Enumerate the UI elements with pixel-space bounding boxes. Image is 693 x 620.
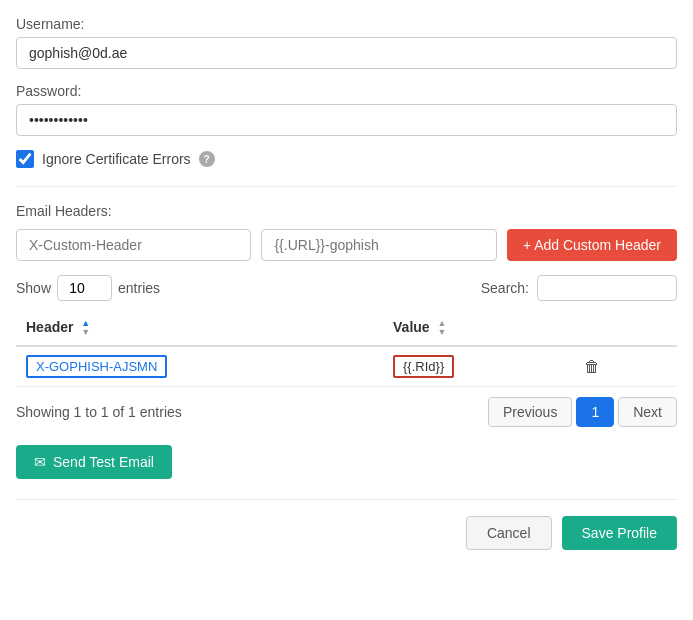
add-custom-header-button[interactable]: + Add Custom Header — [507, 229, 677, 261]
col-actions — [568, 311, 677, 346]
help-icon[interactable]: ? — [199, 151, 215, 167]
page-1-button[interactable]: 1 — [576, 397, 614, 427]
entries-label: entries — [118, 280, 160, 296]
previous-button[interactable]: Previous — [488, 397, 572, 427]
send-test-label: Send Test Email — [53, 454, 154, 470]
password-label: Password: — [16, 83, 677, 99]
header-value-input[interactable] — [261, 229, 496, 261]
show-label: Show — [16, 280, 51, 296]
col-value: Value ▲▼ — [383, 311, 568, 346]
header-cell: X-GOPHISH-AJSMN — [16, 346, 383, 387]
email-icon: ✉ — [34, 454, 46, 470]
cancel-button[interactable]: Cancel — [466, 516, 552, 550]
showing-text: Showing 1 to 1 of 1 entries — [16, 404, 182, 420]
username-label: Username: — [16, 16, 677, 32]
email-headers-label: Email Headers: — [16, 203, 677, 219]
send-test-email-button[interactable]: ✉ Send Test Email — [16, 445, 172, 479]
value-cell: {{.RId}} — [383, 346, 568, 387]
ignore-cert-checkbox[interactable] — [16, 150, 34, 168]
table-row: X-GOPHISH-AJSMN {{.RId}} 🗑 — [16, 346, 677, 387]
delete-cell[interactable]: 🗑 — [568, 346, 677, 387]
delete-row-button[interactable]: 🗑 — [578, 356, 606, 378]
search-input[interactable] — [537, 275, 677, 301]
col-header: Header ▲▼ — [16, 311, 383, 346]
entries-input[interactable] — [57, 275, 112, 301]
save-profile-button[interactable]: Save Profile — [562, 516, 677, 550]
header-name-input[interactable] — [16, 229, 251, 261]
ignore-cert-label: Ignore Certificate Errors — [42, 151, 191, 167]
username-input[interactable] — [16, 37, 677, 69]
headers-table: Header ▲▼ Value ▲▼ X-GOPHISH-AJSMN {{.RI… — [16, 311, 677, 387]
search-label: Search: — [481, 280, 529, 296]
next-button[interactable]: Next — [618, 397, 677, 427]
password-input[interactable] — [16, 104, 677, 136]
